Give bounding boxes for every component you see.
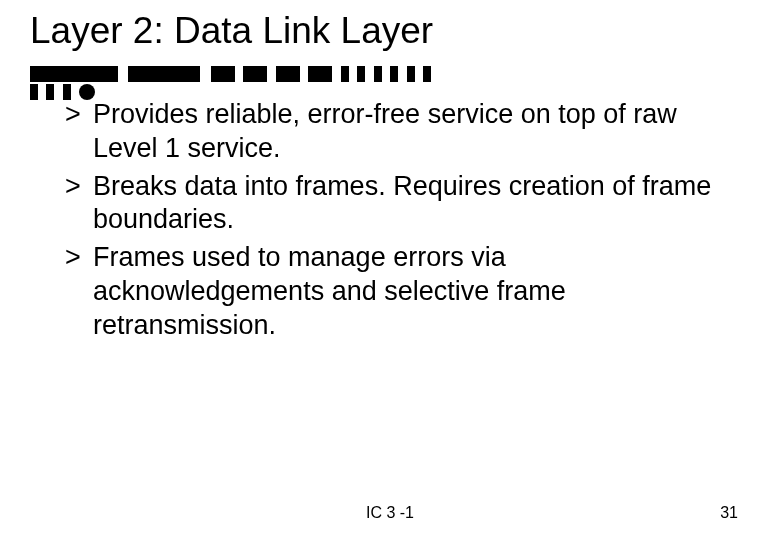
- bullet-item: > Frames used to manage errors via ackno…: [65, 241, 725, 342]
- slide: Layer 2: Data Link Layer > Provides reli…: [0, 0, 780, 540]
- bullet-text: Provides reliable, error-free service on…: [93, 99, 677, 163]
- slide-body: > Provides reliable, error-free service …: [65, 98, 725, 346]
- footer-center: IC 3 -1: [0, 504, 780, 522]
- slide-title: Layer 2: Data Link Layer: [30, 10, 433, 52]
- bullet-item: > Provides reliable, error-free service …: [65, 98, 725, 166]
- bullet-marker: >: [65, 98, 81, 132]
- bullet-text: Breaks data into frames. Requires creati…: [93, 171, 711, 235]
- bullet-marker: >: [65, 241, 81, 275]
- divider-graphic: [30, 64, 450, 82]
- page-number: 31: [720, 504, 738, 522]
- bullet-text: Frames used to manage errors via acknowl…: [93, 242, 566, 340]
- bullet-marker: >: [65, 170, 81, 204]
- bullet-item: > Breaks data into frames. Requires crea…: [65, 170, 725, 238]
